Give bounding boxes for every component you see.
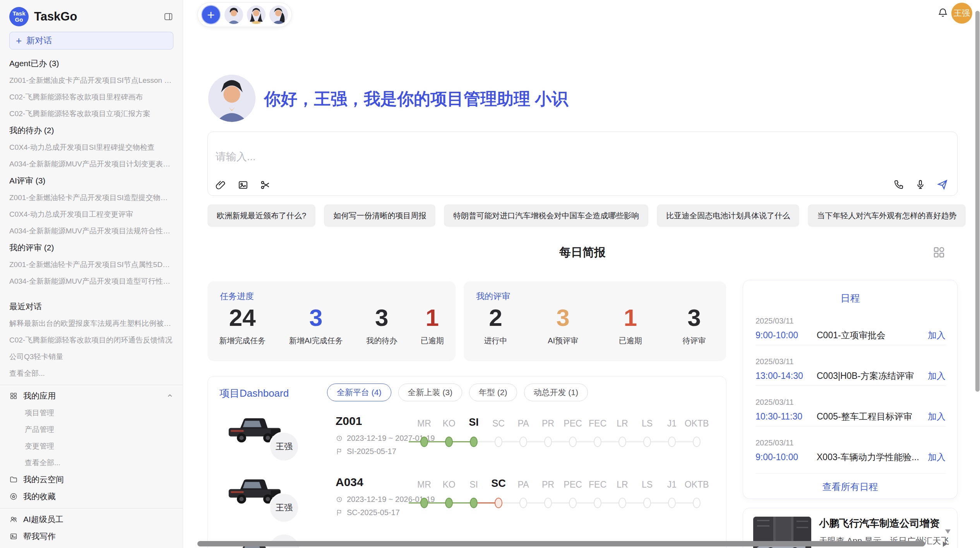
sidebar-item-image[interactable]: 帮我写作 (9, 528, 173, 545)
sidebar-item[interactable]: C0X4-动力总成开发项目SI里程碑提交物检查 (9, 139, 173, 156)
sidebar-item[interactable]: A034-全新新能源MUV产品开发项目法规符合性评审 (9, 223, 173, 239)
sidebar-item[interactable]: C02-飞腾新能源轻客改款项目里程碑画布 (9, 89, 173, 105)
milestone-node[interactable] (445, 437, 453, 447)
milestone-label: J1 (658, 480, 686, 490)
assistant-avatar-1[interactable] (224, 5, 243, 24)
milestone-node[interactable] (643, 437, 651, 447)
sidebar-section-header[interactable]: AI评审 (3) (9, 172, 173, 189)
milestone-label: LS (633, 418, 661, 429)
add-assistant-button[interactable]: + (201, 5, 221, 24)
chat-input[interactable] (215, 151, 681, 163)
view-all-apps-link[interactable]: 查看全部... (9, 454, 173, 471)
sidebar-section-header[interactable]: 最近对话 (9, 298, 173, 315)
dashboard-tab[interactable]: 全新平台 (4) (327, 384, 391, 401)
suggestion-chip[interactable]: 欧洲新规最近颁布了什么? (207, 204, 315, 227)
milestone-node[interactable] (544, 437, 552, 447)
milestone-node[interactable] (420, 437, 428, 447)
milestone-node[interactable] (495, 498, 502, 508)
suggestion-chip[interactable]: 特朗普可能对进口汽车增税会对中国车企造成哪些影响 (444, 204, 648, 227)
assistant-switcher: + (197, 2, 292, 27)
sidebar-item-pen[interactable]: 创意制图 (9, 545, 173, 548)
microphone-icon[interactable] (915, 179, 926, 190)
milestone-node[interactable] (495, 437, 502, 447)
milestone-node[interactable] (470, 498, 478, 508)
milestone-node[interactable] (569, 498, 577, 508)
recent-conversation-item[interactable]: 解释最新出台的欧盟报废车法规再生塑料比例被调至15%... (9, 315, 173, 332)
sidebar-item[interactable]: Z001-全新燃油轻卡产品开发项目SI造型提交物评审 (9, 189, 173, 206)
sidebar-item-my-apps[interactable]: 我的应用 (9, 387, 173, 404)
sidebar-item[interactable]: A034-全新新能源MUV产品开发项目造型可行性评审 (9, 273, 173, 289)
task-progress-card: 任务进度 24新增完成任务3新增AI完成任务3我的待办1已逾期 (207, 281, 456, 361)
scroll-right-arrow[interactable] (943, 541, 947, 547)
assistant-avatar-3[interactable] (269, 5, 288, 24)
view-all-schedule-link[interactable]: 查看所有日程 (743, 481, 957, 493)
milestone-node[interactable] (693, 437, 701, 447)
milestone-node[interactable] (693, 498, 701, 508)
assistant-avatar-2[interactable] (247, 5, 266, 24)
app-item[interactable]: 项目管理 (9, 404, 173, 421)
join-meeting-link[interactable]: 加入 (928, 411, 946, 423)
milestone-node[interactable] (445, 498, 453, 508)
sidebar-item[interactable]: A034-全新新能源MUV产品开发项目计划变更表编写 (9, 156, 173, 172)
milestone-node[interactable] (544, 498, 552, 508)
new-chat-button[interactable]: + 新对话 (9, 32, 173, 50)
layout-grid-icon[interactable] (932, 245, 946, 259)
milestone-node[interactable] (643, 498, 651, 508)
sidebar-item-cloud-space[interactable]: 我的云空间 (9, 471, 173, 488)
milestone-node[interactable] (569, 437, 577, 447)
chat-input-card (207, 132, 958, 196)
milestone-node[interactable] (668, 498, 676, 508)
schedule-time: 9:00-10:00 (756, 452, 817, 462)
sidebar-item[interactable]: C0X4-动力总成开发项目工程变更评审 (9, 206, 173, 223)
milestone-label: SI (460, 416, 488, 428)
send-icon[interactable] (936, 178, 949, 191)
recent-conversation-item[interactable]: C02-飞腾新能源轻客改款项目的闭环通告反馈情况 (9, 332, 173, 348)
sidebar-item-favorites[interactable]: 我的收藏 (9, 488, 173, 505)
vertical-scrollbar[interactable] (975, 11, 980, 392)
stat-item: 3新增AI完成任务 (289, 305, 343, 346)
horizontal-scrollbar[interactable] (197, 541, 925, 546)
join-meeting-link[interactable]: 加入 (928, 451, 946, 463)
dashboard-tab[interactable]: 年型 (2) (469, 384, 517, 401)
user-avatar[interactable]: 王强 (951, 3, 972, 24)
sidebar-section-header[interactable]: Agent已办 (3) (9, 55, 173, 72)
join-meeting-link[interactable]: 加入 (928, 329, 946, 341)
milestone-node[interactable] (420, 498, 428, 508)
milestone-node[interactable] (594, 498, 601, 508)
sidebar-item[interactable]: Z001-全新燃油皮卡产品开发项目SI节点Lesson Learn报告 (9, 72, 173, 89)
sidebar-section-header[interactable]: 我的评审 (2) (9, 239, 173, 256)
sidebar-item[interactable]: C02-飞腾新能源轻客改款项目立项汇报方案 (9, 105, 173, 122)
sidebar-item[interactable]: Z001-全新燃油轻卡产品开发项目SI节点属性5D文件评审 (9, 256, 173, 273)
image-upload-icon[interactable] (237, 179, 249, 191)
suggestion-chip[interactable]: 当下年轻人对汽车外观有怎样的喜好趋势 (808, 204, 966, 227)
join-meeting-link[interactable]: 加入 (928, 370, 946, 382)
sidebar-item-users[interactable]: AI超级员工 (9, 511, 173, 528)
notification-bell-icon[interactable] (937, 7, 949, 19)
dashboard-tab[interactable]: 动总开发 (1) (524, 384, 588, 401)
paperclip-icon[interactable] (215, 179, 226, 191)
milestone-label: PR (534, 418, 562, 429)
sidebar-collapse-icon[interactable] (163, 12, 173, 22)
stat-value: 1 (421, 305, 444, 331)
scissors-icon[interactable] (260, 179, 271, 191)
recent-conversation-item[interactable]: 公司Q3轻卡销量 (9, 348, 173, 365)
milestone-node[interactable] (594, 437, 601, 447)
milestone-node[interactable] (519, 498, 527, 508)
app-item[interactable]: 变更管理 (9, 438, 173, 454)
assistant-greeting-avatar (208, 75, 255, 122)
suggestion-chip[interactable]: 如何写一份清晰的项目周报 (324, 204, 435, 227)
scroll-down-arrow[interactable] (945, 529, 951, 534)
milestone-node[interactable] (618, 437, 626, 447)
milestone-node[interactable] (618, 498, 626, 508)
dashboard-tab[interactable]: 全新上装 (3) (398, 384, 463, 401)
phone-icon[interactable] (893, 179, 905, 190)
app-item[interactable]: 产品管理 (9, 421, 173, 438)
milestone-label: KO (435, 418, 463, 429)
view-all-conversations-link[interactable]: 查看全部... (9, 365, 173, 382)
sidebar-section-header[interactable]: 我的待办 (2) (9, 122, 173, 139)
milestone-node[interactable] (470, 437, 478, 447)
milestone-node[interactable] (519, 437, 527, 447)
suggestion-chip[interactable]: 比亚迪全固态电池计划具体说了什么 (657, 204, 799, 227)
plus-icon: + (16, 36, 22, 46)
milestone-node[interactable] (668, 437, 676, 447)
